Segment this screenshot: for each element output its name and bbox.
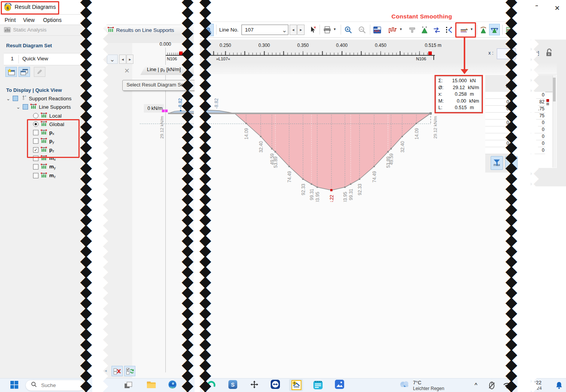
clock-date-fragment[interactable]: 24: [537, 386, 542, 390]
edit-set-button[interactable]: [34, 67, 45, 77]
tree-item-local[interactable]: Local: [33, 112, 62, 120]
weather-icon[interactable]: [398, 380, 411, 390]
chevron-down-icon[interactable]: ⌄: [16, 104, 20, 110]
new-set-button[interactable]: [5, 67, 17, 77]
zoom-in-button[interactable]: [343, 25, 354, 35]
tree-item-global[interactable]: Global: [33, 120, 64, 128]
photos-app-icon[interactable]: [335, 380, 344, 390]
table-cell-x[interactable]: 0.1: [485, 140, 515, 147]
extreme-values-button[interactable]: [444, 25, 454, 35]
tray-chevron-icon[interactable]: ^: [474, 382, 478, 387]
section-3d-button[interactable]: [407, 25, 418, 35]
green-arc-app-icon[interactable]: [207, 380, 216, 390]
print-button[interactable]: [321, 25, 333, 35]
tree-item-mx[interactable]: mx: [33, 154, 56, 162]
tree-item-line-supports[interactable]: ⌄ Line Supports: [16, 103, 71, 111]
table-cell-value[interactable]: 75: [529, 113, 545, 120]
start-button[interactable]: [10, 381, 18, 390]
local-radio[interactable]: [33, 113, 38, 118]
line-supports-checkbox[interactable]: [23, 104, 28, 110]
move-tool-icon[interactable]: [250, 380, 259, 390]
smoothing-button[interactable]: [458, 25, 470, 35]
prev-set-button[interactable]: ◂: [119, 55, 126, 64]
filter-max-button[interactable]: max: [491, 156, 503, 170]
prev-line-button[interactable]: ◂: [290, 25, 297, 35]
deselect-results-button[interactable]: [112, 366, 123, 376]
mx-checkbox[interactable]: [33, 156, 38, 161]
tree-item-pz[interactable]: ✓ pz: [33, 146, 54, 154]
my-checkbox[interactable]: [33, 164, 38, 169]
copy-set-button[interactable]: [18, 67, 30, 77]
table-cell-x[interactable]: 0.0: [485, 99, 515, 106]
next-set-button[interactable]: ▸: [127, 55, 133, 64]
edge-browser-icon[interactable]: [168, 380, 177, 390]
tree-item-px[interactable]: px: [33, 129, 54, 136]
mouse-disabled-icon[interactable]: [488, 381, 496, 391]
table-cell-value[interactable]: 0: [529, 133, 545, 140]
unlock-icon[interactable]: [544, 48, 554, 59]
ruler-position-marker[interactable]: [179, 51, 183, 55]
step-diagram-button[interactable]: [387, 25, 398, 35]
file-explorer-icon[interactable]: [146, 381, 156, 390]
close-button[interactable]: ✕: [552, 3, 563, 13]
search-input[interactable]: [40, 382, 73, 389]
x-position-input[interactable]: [497, 48, 516, 59]
taskbar-search[interactable]: [25, 380, 85, 391]
menu-print[interactable]: Print: [5, 17, 16, 23]
results-all-supports-button[interactable]: [489, 24, 500, 35]
pz-checkbox[interactable]: ✓: [33, 147, 38, 153]
menu-view[interactable]: View: [23, 17, 35, 23]
delete-set-button[interactable]: ✕: [122, 66, 132, 76]
table-scrollbar-thumb[interactable]: [553, 78, 556, 101]
table-cell-value[interactable]: 0: [529, 126, 545, 133]
tree-item-py[interactable]: py: [33, 137, 54, 145]
table-cell-x[interactable]: 0.: [485, 126, 515, 133]
tree-item-support-reactions[interactable]: ⌄ Support Reactions: [6, 95, 72, 102]
table-cell-value[interactable]: 0: [529, 120, 545, 126]
wifi-icon[interactable]: [502, 381, 512, 390]
line-no-combobox[interactable]: 107 ⌄: [241, 25, 288, 35]
zoom-out-button[interactable]: [357, 25, 368, 35]
combo-chevron-icon[interactable]: ⌄: [282, 27, 287, 34]
table-cell-x[interactable]: 0.: [485, 113, 515, 120]
table-cell-value[interactable]: 82: [529, 99, 545, 106]
weather-temp[interactable]: 7°C: [413, 380, 421, 385]
chevron-down-icon[interactable]: ⌄: [6, 96, 10, 101]
s-app-icon[interactable]: S: [228, 380, 237, 389]
support-reactions-checkbox[interactable]: [13, 96, 18, 101]
notification-bell-icon[interactable]: [555, 381, 563, 391]
px-checkbox[interactable]: [33, 130, 38, 135]
rfem-taskbar-icon[interactable]: 6: [291, 380, 301, 392]
next-line-button[interactable]: ▸: [297, 25, 305, 35]
table-cell-x[interactable]: 0.: [485, 133, 515, 140]
smoothing-dropdown-icon[interactable]: ▾: [471, 27, 473, 31]
table-cell-x[interactable]: 0.: [485, 147, 515, 154]
smooth-results-button[interactable]: [419, 25, 430, 35]
pick-line-button[interactable]: ×: [307, 25, 318, 35]
table-cell-value[interactable]: 0: [529, 147, 545, 154]
pin-panel-button[interactable]: [204, 24, 214, 36]
set-dropdown-button[interactable]: ⌄: [107, 55, 118, 64]
global-radio[interactable]: [33, 121, 38, 127]
swap-direction-button[interactable]: [431, 25, 442, 35]
set-row[interactable]: 1 Quick View: [4, 53, 86, 65]
table-cell-value[interactable]: .75: [529, 106, 545, 113]
task-view-icon[interactable]: [124, 381, 133, 391]
table-cell-x[interactable]: 0.0: [485, 120, 515, 126]
results-on-supports-button[interactable]: [478, 25, 488, 35]
tree-item-my[interactable]: my: [33, 163, 56, 171]
step-dropdown-icon[interactable]: ▾: [400, 27, 402, 31]
scroll-left-icon[interactable]: ◂: [105, 368, 107, 373]
weather-desc[interactable]: Leichter Regen: [413, 386, 444, 391]
mz-checkbox[interactable]: [33, 173, 38, 178]
table-cell-value[interactable]: 0: [529, 140, 545, 147]
notes-app-icon[interactable]: [313, 380, 323, 391]
clock-time[interactable]: 4:22: [531, 380, 541, 385]
print-dropdown-icon[interactable]: ▾: [334, 27, 336, 31]
partial-toolbar-icon[interactable]: [504, 25, 513, 35]
filter-min-button[interactable]: [505, 156, 518, 170]
table-cell-x[interactable]: 0.: [485, 92, 515, 99]
py-checkbox[interactable]: [33, 138, 38, 144]
ruler-end-marker[interactable]: [428, 51, 432, 55]
tree-item-mz[interactable]: mz: [33, 172, 56, 179]
